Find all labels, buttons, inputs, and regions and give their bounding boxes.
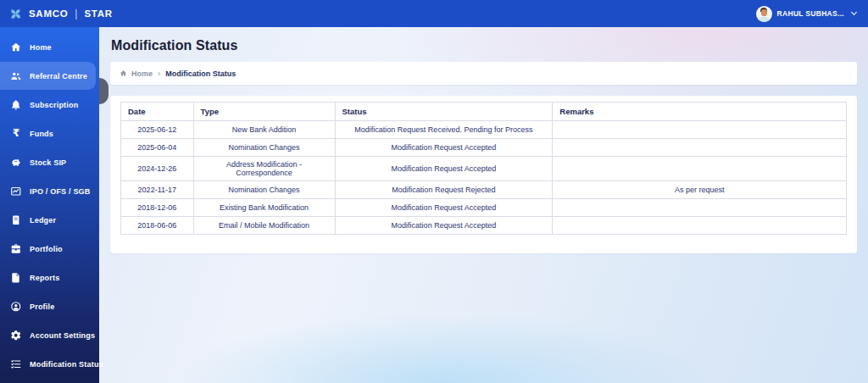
breadcrumb-home-label: Home [131, 69, 153, 78]
chart-icon [10, 186, 22, 197]
table-row: 2025-06-04Nomination ChangesModification… [121, 139, 847, 157]
breadcrumb: Home › Modification Status [110, 62, 857, 85]
table-cell: New Bank Addition [193, 121, 335, 139]
table-header-cell: Type [193, 103, 335, 121]
sidebar-item-label: Ledger [30, 216, 56, 225]
sidebar-item-label: Home [30, 43, 52, 52]
table-cell: Modification Request Received. Pending f… [335, 121, 553, 139]
table-cell: As per request [553, 181, 847, 199]
sidebar-item-label: Subscription [30, 101, 78, 109]
sidebar-item-label: Modification Status [30, 360, 103, 369]
table-cell [553, 217, 847, 235]
bell-icon [10, 99, 22, 111]
sidebar: HomeReferral CentreSubscription₹FundsSto… [0, 27, 99, 383]
chevron-down-icon [851, 9, 857, 15]
piggy-bank-icon [10, 157, 22, 169]
sidebar-item-label: Reports [30, 274, 59, 282]
sidebar-item-label: Account Settings [30, 331, 95, 340]
report-icon [10, 272, 22, 284]
table-cell: Modification Request Accepted [335, 157, 553, 181]
sidebar-item-portfolio[interactable]: Portfolio [0, 235, 96, 263]
sidebar-item-label: Profile [30, 303, 54, 311]
breadcrumb-separator: › [158, 69, 160, 78]
brand-name: SAMCO [29, 8, 68, 19]
home-icon [120, 69, 127, 77]
table-cell: Modification Request Accepted [335, 139, 553, 157]
table-row: 2018-06-06Email / Mobile ModificationMod… [121, 217, 847, 235]
sidebar-item-modification-status[interactable]: Modification Status [0, 350, 96, 378]
sidebar-item-funds[interactable]: ₹Funds [0, 119, 96, 147]
sidebar-item-account-settings[interactable]: Account Settings [0, 321, 96, 349]
sidebar-item-subscription[interactable]: Subscription [0, 91, 96, 119]
table-header-cell: Date [121, 103, 194, 121]
modification-status-table: DateTypeStatusRemarks 2025-06-12New Bank… [120, 102, 847, 235]
sidebar-item-label: Referral Centre [30, 72, 87, 80]
top-bar: SAMCO | STAR RAHUL SUBHAS... [0, 0, 868, 27]
table-header-row: DateTypeStatusRemarks [121, 103, 847, 121]
table-row: 2022-11-17Nomination ChangesModification… [121, 181, 847, 199]
breadcrumb-home-link[interactable]: Home [120, 69, 153, 78]
list-check-icon [10, 358, 22, 370]
modification-status-card: DateTypeStatusRemarks 2025-06-12New Bank… [110, 96, 857, 253]
sidebar-item-ipo-ofs-sgb[interactable]: IPO / OFS / SGB [0, 177, 96, 205]
table-cell: Existing Bank Modification [193, 199, 335, 217]
table-cell [553, 157, 847, 181]
table-cell: 2018-06-06 [121, 217, 194, 235]
pinwheel-logo-icon [8, 6, 24, 22]
sidebar-item-profile[interactable]: Profile [0, 292, 96, 320]
table-cell: 2022-11-17 [121, 181, 194, 199]
table-cell: 2018-12-06 [121, 199, 194, 217]
main-content: Modification Status Home › Modification … [99, 27, 868, 383]
sidebar-item-label: Funds [30, 130, 53, 138]
table-row: 2025-06-12New Bank AdditionModification … [121, 121, 847, 139]
user-name: RAHUL SUBHAS... [777, 9, 844, 18]
user-menu[interactable]: RAHUL SUBHAS... [756, 6, 856, 22]
table-row: 2018-12-06Existing Bank ModificationModi… [121, 199, 847, 217]
breadcrumb-current: Modification Status [165, 69, 236, 78]
sidebar-item-label: Portfolio [30, 245, 63, 253]
brand-product: STAR [84, 8, 112, 19]
page-title: Modification Status [111, 38, 868, 53]
ledger-icon [10, 214, 22, 226]
briefcase-icon [10, 243, 22, 255]
table-cell: 2025-06-04 [121, 139, 194, 157]
table-cell: Nomination Changes [193, 181, 335, 199]
sidebar-item-label: Stock SIP [30, 158, 66, 167]
sidebar-item-referral-centre[interactable]: Referral Centre [0, 62, 96, 90]
sidebar-item-label: IPO / OFS / SGB [30, 187, 91, 196]
table-cell: 2025-06-12 [121, 121, 194, 139]
brand-logo[interactable]: SAMCO | STAR [8, 6, 113, 22]
table-cell [553, 199, 847, 217]
table-cell: Email / Mobile Modification [193, 217, 335, 235]
profile-icon [10, 301, 22, 313]
table-cell: Nomination Changes [193, 139, 335, 157]
table-cell: Modification Request Rejected [335, 181, 553, 199]
table-cell [553, 121, 847, 139]
table-cell [553, 139, 847, 157]
rupee-icon: ₹ [10, 128, 22, 140]
table-header-cell: Status [335, 103, 553, 121]
home-icon [10, 42, 22, 53]
referral-centre-icon [10, 70, 22, 82]
sidebar-item-ledger[interactable]: Ledger [0, 206, 96, 234]
sidebar-item-reports[interactable]: Reports [0, 264, 96, 291]
table-cell: 2024-12-26 [121, 157, 194, 181]
sidebar-item-home[interactable]: Home [0, 33, 96, 61]
table-cell: Modification Request Accepted [335, 217, 553, 235]
table-row: 2024-12-26Address Modification - Corresp… [121, 157, 847, 181]
table-header-cell: Remarks [553, 103, 847, 121]
table-cell: Address Modification - Correspondence [193, 157, 335, 181]
brand-divider: | [75, 8, 77, 19]
avatar [756, 6, 772, 22]
table-cell: Modification Request Accepted [335, 199, 553, 217]
sidebar-item-stock-sip[interactable]: Stock SIP [0, 148, 96, 176]
gear-icon [10, 330, 22, 341]
